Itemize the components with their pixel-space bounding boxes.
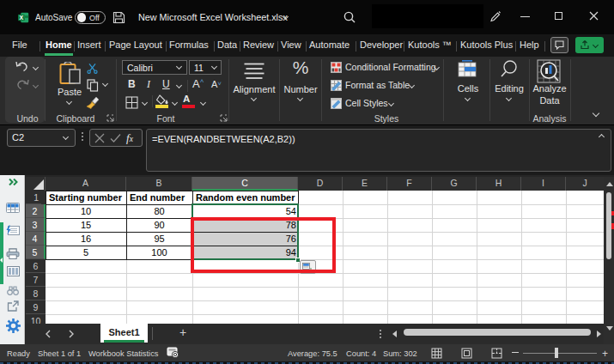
svg-text:X: X [20, 15, 24, 21]
